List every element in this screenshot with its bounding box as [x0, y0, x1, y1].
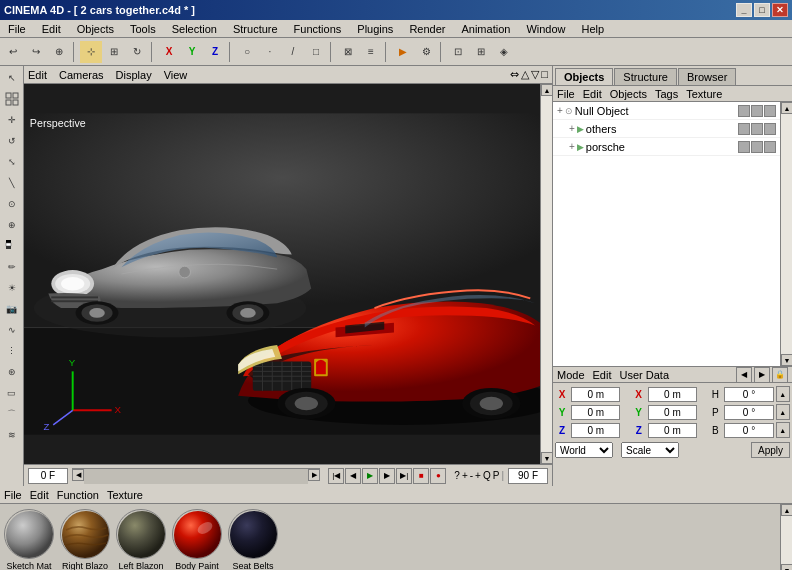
- 3d-viewport[interactable]: X Y Z Perspective: [24, 84, 540, 464]
- mat-sketch[interactable]: Sketch Mat: [4, 509, 54, 570]
- mat-scroll-up[interactable]: ▲: [781, 504, 792, 516]
- object-mode-button[interactable]: ○: [236, 41, 258, 63]
- goto-end-button[interactable]: ▶|: [396, 468, 412, 484]
- obj-null[interactable]: + ⊙ Null Object: [553, 102, 780, 120]
- menu-objects[interactable]: Objects: [73, 22, 118, 36]
- cursor-tool[interactable]: ↖: [2, 68, 22, 88]
- rotate-button[interactable]: ↻: [126, 41, 148, 63]
- point-mode-button[interactable]: ·: [259, 41, 281, 63]
- paint-tool[interactable]: [2, 236, 22, 256]
- timeline-extra5[interactable]: Q: [483, 470, 491, 481]
- lower-tab-edit[interactable]: Edit: [593, 369, 612, 381]
- menu-render[interactable]: Render: [405, 22, 449, 36]
- y2-pos-field[interactable]: 0 m: [648, 405, 697, 420]
- viewport-icon3[interactable]: ▽: [531, 68, 539, 81]
- obj-scroll-up[interactable]: ▲: [781, 102, 792, 114]
- tl-right[interactable]: ▶: [308, 469, 320, 481]
- x-pos-field[interactable]: 0 m: [571, 387, 620, 402]
- knife-tool[interactable]: ╲: [2, 173, 22, 193]
- poly-pen-tool[interactable]: ✏: [2, 257, 22, 277]
- light-tool[interactable]: ☀: [2, 278, 22, 298]
- tab-structure[interactable]: Structure: [614, 68, 677, 85]
- z-pos-field[interactable]: 0 m: [571, 423, 620, 438]
- materials-vscrollbar[interactable]: ▲ ▼: [780, 504, 792, 570]
- menu-functions[interactable]: Functions: [290, 22, 346, 36]
- tool-extra3[interactable]: ◈: [493, 41, 515, 63]
- extrude-tool[interactable]: ⊙: [2, 194, 22, 214]
- step-forward-button[interactable]: ▶: [379, 468, 395, 484]
- viewport-icon2[interactable]: △: [521, 68, 529, 81]
- obj-porsche[interactable]: + ▶ porsche: [553, 138, 780, 156]
- x2-pos-field[interactable]: 0 m: [648, 387, 697, 402]
- camera-tool[interactable]: 📷: [2, 299, 22, 319]
- menu-plugins[interactable]: Plugins: [353, 22, 397, 36]
- y-axis-button[interactable]: Y: [181, 41, 203, 63]
- viewport-icon1[interactable]: ⇔: [510, 68, 519, 81]
- viewport-vscrollbar[interactable]: ▲ ▼: [540, 84, 552, 464]
- tab-browser[interactable]: Browser: [678, 68, 736, 85]
- mat-menu-edit[interactable]: Edit: [30, 489, 49, 501]
- viewport-icon4[interactable]: □: [541, 68, 548, 81]
- move-tool[interactable]: ✛: [2, 110, 22, 130]
- tool-extra2[interactable]: ⊞: [470, 41, 492, 63]
- play-button[interactable]: ▶: [362, 468, 378, 484]
- obj-menu-tags[interactable]: Tags: [655, 88, 678, 100]
- mat-menu-file[interactable]: File: [4, 489, 22, 501]
- grid-tool[interactable]: [2, 89, 22, 109]
- coord-mode-dropdown[interactable]: Scale Size: [621, 442, 679, 458]
- tl-track[interactable]: [84, 469, 308, 484]
- mat-menu-texture[interactable]: Texture: [107, 489, 143, 501]
- porsche-extra-dot[interactable]: [764, 141, 776, 153]
- stop-button[interactable]: ■: [413, 468, 429, 484]
- viewport-edit[interactable]: Edit: [28, 69, 47, 81]
- z-axis-button[interactable]: Z: [204, 41, 226, 63]
- mat-seat-belts[interactable]: Seat Belts: [228, 509, 278, 570]
- obj-others[interactable]: + ▶ others: [553, 120, 780, 138]
- h-field[interactable]: 0 °: [724, 387, 773, 402]
- x-spin-up[interactable]: ▲: [776, 386, 790, 402]
- mat-right-blazon[interactable]: Right Blazo: [60, 509, 110, 570]
- lower-nav-prev[interactable]: ◀: [736, 367, 752, 383]
- obj-menu-texture[interactable]: Texture: [686, 88, 722, 100]
- lower-tab-mode[interactable]: Mode: [557, 369, 585, 381]
- step-back-button[interactable]: ◀: [345, 468, 361, 484]
- rotate-tool[interactable]: ↺: [2, 131, 22, 151]
- null-extra-dot[interactable]: [764, 105, 776, 117]
- obj-menu-edit[interactable]: Edit: [583, 88, 602, 100]
- timeline-extra2[interactable]: +: [462, 470, 468, 481]
- apply-button[interactable]: Apply: [751, 442, 790, 458]
- lower-tab-userdata[interactable]: User Data: [620, 369, 670, 381]
- minimize-button[interactable]: _: [736, 3, 752, 17]
- menu-tools[interactable]: Tools: [126, 22, 160, 36]
- redo-button[interactable]: ↪: [25, 41, 47, 63]
- coord-space-dropdown[interactable]: World Object: [555, 442, 613, 458]
- close-button[interactable]: ✕: [772, 3, 788, 17]
- vscroll-up[interactable]: ▲: [541, 84, 553, 96]
- y-spin-up[interactable]: ▲: [776, 404, 790, 420]
- porsche-vis-dot[interactable]: [738, 141, 750, 153]
- obj-menu-file[interactable]: File: [557, 88, 575, 100]
- obj-scroll-track[interactable]: [781, 114, 792, 354]
- tl-left[interactable]: ◀: [72, 469, 84, 481]
- x-axis-button[interactable]: X: [158, 41, 180, 63]
- morph-tool[interactable]: ≋: [2, 425, 22, 445]
- live-selection-button[interactable]: ⊕: [48, 41, 70, 63]
- tool-extra1[interactable]: ⊡: [447, 41, 469, 63]
- null-expand-icon[interactable]: +: [557, 105, 563, 116]
- objects-vscrollbar[interactable]: ▲ ▼: [780, 102, 792, 366]
- others-expand-icon[interactable]: +: [569, 123, 575, 134]
- move-button[interactable]: ⊹: [80, 41, 102, 63]
- menu-animation[interactable]: Animation: [457, 22, 514, 36]
- tab-objects[interactable]: Objects: [555, 68, 613, 85]
- mat-left-blazon[interactable]: Left Blazon: [116, 509, 166, 570]
- magnet-tool[interactable]: ⊕: [2, 215, 22, 235]
- others-vis-dot[interactable]: [738, 123, 750, 135]
- obj-scroll-down[interactable]: ▼: [781, 354, 792, 366]
- p-field[interactable]: 0 °: [724, 405, 773, 420]
- bend-tool[interactable]: ⌒: [2, 404, 22, 424]
- ik-tool[interactable]: ⊛: [2, 362, 22, 382]
- others-render-dot[interactable]: [751, 123, 763, 135]
- record-button[interactable]: ●: [430, 468, 446, 484]
- vscroll-down[interactable]: ▼: [541, 452, 553, 464]
- null-vis-dot[interactable]: [738, 105, 750, 117]
